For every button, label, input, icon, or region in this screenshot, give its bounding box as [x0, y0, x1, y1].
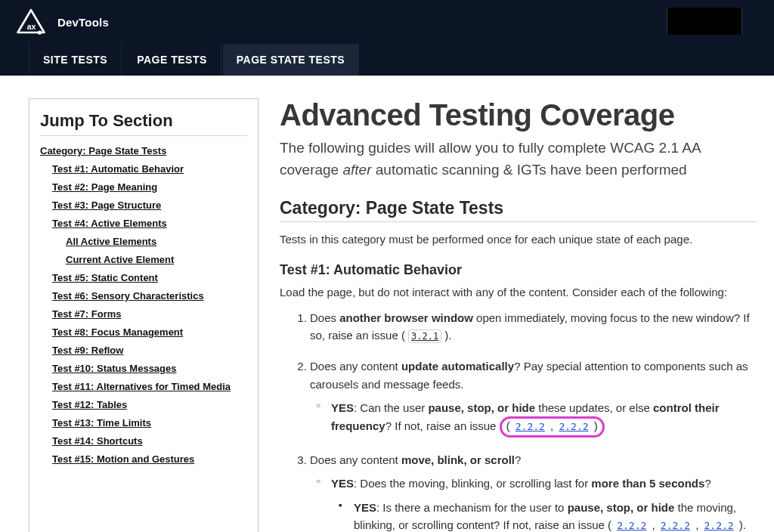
wcag-link-222b[interactable]: 2.2.2: [556, 420, 590, 433]
sidebar-test-9[interactable]: Test #9: Reflow: [52, 345, 123, 356]
topbar: ax DevTools: [0, 0, 774, 44]
svg-text:ax: ax: [27, 22, 36, 31]
wcag-link-222a[interactable]: 2.2.2: [513, 420, 547, 433]
sidebar-test-13[interactable]: Test #13: Time Limits: [52, 417, 151, 428]
brand-name: DevTools: [57, 16, 109, 29]
sidebar-category-link[interactable]: Category: Page State Tests: [40, 145, 166, 156]
sidebar-test-1[interactable]: Test #1: Automatic Behavior: [52, 163, 184, 175]
brand-wrap: ax DevTools: [15, 8, 109, 36]
wcag-link-222-2[interactable]: 2.2.2: [658, 519, 692, 532]
item-2-yes: YES: Can the user pause, stop, or hide t…: [319, 399, 757, 438]
highlight-pill: ( 2.2.2 , 2.2.2 ): [500, 416, 605, 438]
item-3-yes-yes: YES: Is there a mechanism for the user t…: [342, 499, 757, 532]
tab-page-state-tests[interactable]: PAGE STATE TESTS: [223, 44, 359, 76]
sidebar-test-5[interactable]: Test #5: Static Content: [52, 272, 158, 283]
sidebar-test-3[interactable]: Test #3: Page Structure: [52, 200, 161, 211]
item-3-yes: YES: Does the moving, blinking, or scrol…: [319, 475, 757, 532]
category-desc: Tests in this category must be performed…: [280, 233, 757, 246]
wcag-link-222-1[interactable]: 2.2.2: [615, 519, 649, 532]
item-2: Does any content update automatically? P…: [310, 357, 757, 438]
test1-lead: Load the page, but do not interact with …: [280, 286, 757, 298]
intro-post: automatic scanning & IGTs have been perf…: [371, 162, 686, 178]
sidebar-divider: [40, 135, 247, 136]
sidebar-test-15[interactable]: Test #15: Motion and Gestures: [52, 453, 194, 465]
axe-logo-icon: ax: [15, 8, 47, 36]
page-title: Advanced Testing Coverage: [280, 98, 757, 132]
category-divider: [280, 221, 757, 222]
tab-page-tests[interactable]: PAGE TESTS: [123, 44, 221, 76]
svg-point-1: [38, 30, 42, 34]
wcag-link-222-3[interactable]: 2.2.2: [702, 519, 736, 532]
item-3: Does any content move, blink, or scroll?…: [310, 451, 757, 532]
sidebar-test-7[interactable]: Test #7: Forms: [52, 308, 122, 320]
sidebar-test-8[interactable]: Test #8: Focus Management: [52, 326, 183, 338]
sidebar-test-6[interactable]: Test #6: Sensory Characteristics: [52, 290, 204, 302]
sidebar-test-4[interactable]: Test #4: Active Elements: [52, 218, 167, 229]
item-1: Does another browser window open immedia…: [310, 309, 757, 345]
category-heading: Category: Page State Tests: [280, 198, 757, 218]
sidebar-test-14[interactable]: Test #14: Shortcuts: [52, 435, 143, 447]
sidebar-test-12[interactable]: Test #12: Tables: [52, 399, 127, 410]
test1-items: Does another browser window open immedia…: [280, 309, 757, 532]
sidebar-test-2[interactable]: Test #2: Page Meaning: [52, 181, 157, 193]
sidebar-test-4a[interactable]: All Active Elements: [66, 236, 156, 247]
test1-heading: Test #1: Automatic Behavior: [280, 262, 757, 278]
sidebar-test-4b[interactable]: Current Active Element: [66, 254, 174, 265]
main-content: Advanced Testing Coverage The following …: [280, 98, 757, 532]
sidebar-title: Jump To Section: [40, 111, 247, 131]
page-body: Jump To Section Category: Page State Tes…: [0, 76, 774, 532]
topbar-right-placeholder: [667, 8, 742, 35]
intro-text: The following guides will allow you to f…: [280, 137, 757, 181]
jump-sidebar: Jump To Section Category: Page State Tes…: [29, 98, 259, 532]
tabbar: SITE TESTS PAGE TESTS PAGE STATE TESTS: [0, 44, 774, 76]
wcag-code-321[interactable]: 3.2.1: [408, 329, 441, 343]
sidebar-test-10[interactable]: Test #10: Status Messages: [52, 363, 177, 374]
tab-site-tests[interactable]: SITE TESTS: [29, 44, 122, 76]
intro-em: after: [342, 162, 371, 178]
sidebar-test-11[interactable]: Test #11: Alternatives for Timed Media: [52, 381, 231, 392]
